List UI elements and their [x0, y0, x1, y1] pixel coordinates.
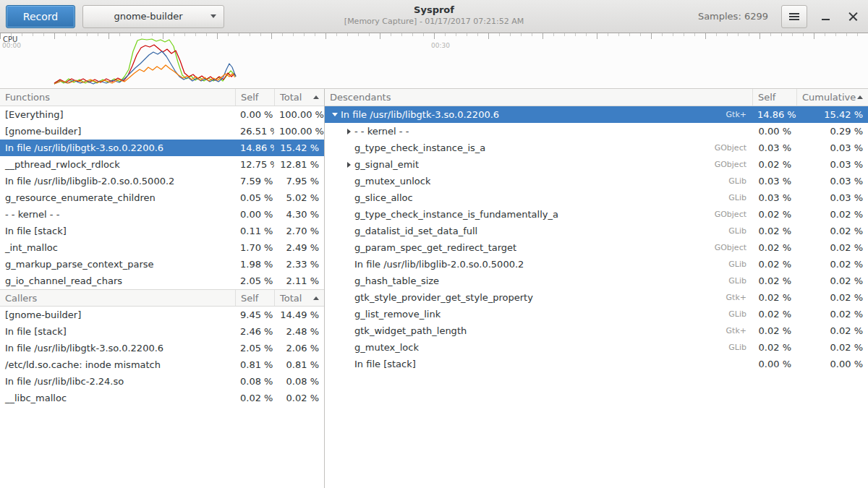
functions-list: [Everything]0.00 %100.00 %[gnome-builder…	[0, 106, 324, 289]
tree-indent	[329, 330, 343, 331]
function-name: In file [stack]	[0, 326, 235, 337]
tree-row[interactable]: gtk_style_provider_get_style_propertyGtk…	[325, 289, 868, 306]
table-row[interactable]: __libc_malloc0.02 %0.02 %	[0, 390, 324, 406]
table-row[interactable]: _int_malloc1.70 %2.49 %	[0, 239, 324, 256]
descendants-tree: In file /usr/lib/libgtk-3.so.0.2200.6Gtk…	[325, 106, 868, 372]
table-row[interactable]: In file [stack]2.46 %2.48 %	[0, 323, 324, 340]
self-percent: 0.02 %	[235, 393, 274, 403]
descendant-name: g_hash_table_size	[354, 275, 439, 286]
menu-button[interactable]	[781, 5, 807, 28]
process-selector-dropdown[interactable]: gnome-builder	[82, 5, 224, 28]
descendant-name: g_signal_emit	[354, 159, 419, 170]
total-percent: 2.33 %	[274, 259, 324, 270]
minimize-button[interactable]	[816, 6, 835, 27]
total-percent: 0.81 %	[274, 359, 324, 370]
chevron-down-icon	[210, 14, 216, 18]
cumulative-percent: 0.02 %	[796, 226, 868, 236]
table-row[interactable]: /etc/ld.so.cache: inode mismatch0.81 %0.…	[0, 356, 324, 373]
descendant-name-cell: g_slice_allocGLib	[325, 192, 752, 203]
tree-row[interactable]: - - kernel - -0.00 %0.29 %	[325, 123, 868, 140]
tree-indent	[329, 164, 343, 165]
column-header-self[interactable]: Self	[235, 290, 274, 306]
tree-row[interactable]: g_mutex_lockGLib0.02 %0.02 %	[325, 339, 868, 356]
descendant-name-cell: - - kernel - -	[325, 126, 752, 137]
column-header-functions[interactable]: Functions	[0, 89, 235, 106]
table-row[interactable]: In file /usr/lib/libgtk-3.so.0.2200.614.…	[0, 140, 324, 156]
tree-row[interactable]: gtk_widget_path_lengthGtk+0.02 %0.02 %	[325, 322, 868, 339]
column-header-self[interactable]: Self	[752, 89, 796, 106]
self-percent: 0.02 %	[752, 259, 796, 270]
self-percent: 0.02 %	[752, 242, 796, 253]
function-name: g_markup_parse_context_parse	[0, 259, 235, 270]
table-row[interactable]: [gnome-builder]9.45 %14.49 %	[0, 307, 324, 323]
window-title-box: Sysprof [Memory Capture] - 01/17/2017 07…	[344, 4, 524, 26]
descendants-column-header: Descendants Self Cumulative	[325, 89, 868, 106]
callgraph-area: Functions Self Total [Everything]0.00 %1…	[0, 89, 868, 488]
tree-row[interactable]: g_param_spec_get_redirect_targetGObject0…	[325, 239, 868, 256]
tree-row[interactable]: g_hash_table_sizeGLib0.02 %0.02 %	[325, 273, 868, 289]
column-header-descendants[interactable]: Descendants	[325, 89, 752, 106]
table-row[interactable]: In file /usr/lib/libc-2.24.so0.08 %0.08 …	[0, 373, 324, 390]
tree-row[interactable]: g_mutex_unlockGLib0.03 %0.03 %	[325, 173, 868, 189]
process-selector-label: gnome-builder	[90, 11, 206, 22]
cpu-timeline[interactable]: CPU 00:0000:30	[0, 33, 868, 89]
library-tag: Gtk+	[722, 110, 752, 119]
function-name: _int_malloc	[0, 242, 235, 253]
table-row[interactable]: [gnome-builder]26.51 %100.00 %	[0, 123, 324, 140]
table-row[interactable]: In file [stack]0.11 %2.70 %	[0, 223, 324, 239]
expander-triangle	[347, 129, 351, 134]
descendant-name: gtk_style_provider_get_style_property	[354, 292, 533, 303]
descendant-name-cell: In file /usr/lib/libgtk-3.so.0.2200.6Gtk…	[325, 109, 752, 120]
total-percent: 15.42 %	[274, 142, 324, 153]
column-header-self[interactable]: Self	[235, 89, 274, 106]
expander-closed-icon[interactable]	[343, 129, 354, 134]
tree-indent	[329, 247, 343, 248]
column-header-total[interactable]: Total	[274, 89, 324, 106]
column-header-callers[interactable]: Callers	[0, 290, 235, 306]
close-button[interactable]	[843, 6, 862, 27]
header-bar: Record gnome-builder Sysprof [Memory Cap…	[0, 0, 868, 33]
window-title: Sysprof	[344, 4, 524, 15]
tree-row[interactable]: In file /usr/lib/libglib-2.0.so.0.5000.2…	[325, 256, 868, 273]
cumulative-percent: 15.42 %	[796, 109, 868, 120]
tree-indent	[329, 364, 343, 364]
expander-open-icon[interactable]	[329, 113, 341, 116]
tree-row[interactable]: g_type_check_instance_is_aGObject0.03 %0…	[325, 140, 868, 156]
tree-row[interactable]: g_slice_allocGLib0.03 %0.03 %	[325, 189, 868, 206]
descendant-name: g_type_check_instance_is_fundamentally_a	[354, 209, 558, 220]
total-percent: 2.49 %	[274, 242, 324, 253]
column-header-cumulative[interactable]: Cumulative	[796, 89, 868, 106]
tree-row[interactable]: g_list_remove_linkGLib0.02 %0.02 %	[325, 306, 868, 322]
table-row[interactable]: In file /usr/lib/libglib-2.0.so.0.5000.2…	[0, 173, 324, 189]
table-row[interactable]: g_io_channel_read_chars2.05 %2.11 %	[0, 273, 324, 289]
tree-row[interactable]: g_signal_emitGObject0.02 %0.03 %	[325, 156, 868, 173]
column-header-total-label: Total	[280, 293, 302, 304]
self-percent: 14.86 %	[752, 109, 796, 120]
time-label: 00:00	[2, 42, 21, 49]
record-button[interactable]: Record	[6, 5, 75, 28]
cumulative-percent: 0.02 %	[796, 292, 868, 303]
minimize-icon	[822, 19, 830, 20]
tree-row[interactable]: g_type_check_instance_is_fundamentally_a…	[325, 206, 868, 223]
library-tag: GLib	[724, 343, 752, 352]
descendant-name-cell: g_mutex_lockGLib	[325, 342, 752, 353]
window-subtitle: [Memory Capture] - 01/17/2017 07:21:52 A…	[344, 17, 524, 26]
table-row[interactable]: g_resource_enumerate_children0.05 %5.02 …	[0, 189, 324, 206]
total-percent: 0.08 %	[274, 376, 324, 387]
descendant-name: g_slice_alloc	[354, 192, 413, 203]
expander-closed-icon[interactable]	[343, 162, 354, 168]
self-percent: 0.02 %	[752, 226, 796, 236]
table-row[interactable]: [Everything]0.00 %100.00 %	[0, 106, 324, 123]
self-percent: 0.02 %	[752, 342, 796, 353]
table-row[interactable]: In file /usr/lib/libgtk-3.so.0.2200.62.0…	[0, 340, 324, 356]
tree-row[interactable]: In file /usr/lib/libgtk-3.so.0.2200.6Gtk…	[325, 106, 868, 123]
descendant-name-cell: g_datalist_id_set_data_fullGLib	[325, 226, 752, 236]
table-row[interactable]: __pthread_rwlock_rdlock12.75 %12.81 %	[0, 156, 324, 173]
function-name: g_resource_enumerate_children	[0, 192, 235, 203]
tree-indent	[329, 147, 343, 148]
table-row[interactable]: g_markup_parse_context_parse1.98 %2.33 %	[0, 256, 324, 273]
tree-row[interactable]: g_datalist_id_set_data_fullGLib0.02 %0.0…	[325, 223, 868, 239]
tree-row[interactable]: In file [stack]0.00 %0.00 %	[325, 356, 868, 372]
table-row[interactable]: - - kernel - -0.00 %4.30 %	[0, 206, 324, 223]
column-header-total[interactable]: Total	[274, 290, 324, 306]
